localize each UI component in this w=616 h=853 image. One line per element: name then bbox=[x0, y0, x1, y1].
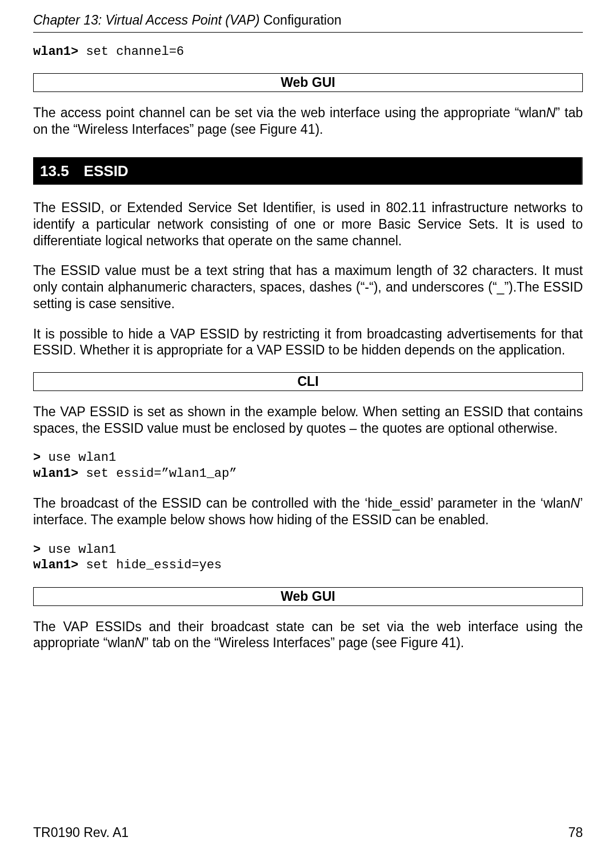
code-command: use wlan1 bbox=[41, 451, 116, 465]
cli-heading: CLI bbox=[33, 372, 583, 391]
code-prompt: wlan1> bbox=[33, 467, 78, 481]
section-heading-essid: 13.5 ESSID bbox=[33, 157, 583, 185]
footer-doc-id: TR0190 Rev. A1 bbox=[33, 824, 129, 841]
chapter-header: Chapter 13: Virtual Access Point (VAP) C… bbox=[33, 12, 583, 32]
paragraph-webgui-channel: The access point channel can be set via … bbox=[33, 105, 583, 138]
chapter-title-suffix: Configuration bbox=[263, 13, 342, 27]
code-prompt: > bbox=[33, 451, 41, 465]
paragraph-hide-essid: The broadcast of the ESSID can be contro… bbox=[33, 495, 583, 528]
footer-page-number: 78 bbox=[568, 824, 583, 841]
code-prompt: wlan1> bbox=[33, 558, 78, 572]
paragraph-webgui-essid: The VAP ESSIDs and their broadcast state… bbox=[33, 619, 583, 652]
code-block-set-essid: > use wlan1 wlan1> set essid=”wlan1_ap” bbox=[33, 450, 583, 481]
code-block-hide-essid: > use wlan1 wlan1> set hide_essid=yes bbox=[33, 542, 583, 573]
code-prompt: wlan1> bbox=[33, 45, 78, 59]
chapter-title-prefix: Chapter 13: Virtual Access Point (VAP) bbox=[33, 13, 263, 27]
code-block-set-channel: wlan1> set channel=6 bbox=[33, 44, 583, 60]
web-gui-heading-2: Web GUI bbox=[33, 587, 583, 606]
code-command: set essid=”wlan1_ap” bbox=[78, 467, 237, 481]
code-command: use wlan1 bbox=[41, 543, 116, 557]
page-footer: TR0190 Rev. A1 78 bbox=[33, 824, 583, 841]
code-command: set hide_essid=yes bbox=[78, 558, 222, 572]
section-title: ESSID bbox=[84, 162, 129, 181]
header-rule bbox=[33, 32, 583, 33]
code-prompt: > bbox=[33, 543, 41, 557]
paragraph-cli-essid: The VAP ESSID is set as shown in the exa… bbox=[33, 404, 583, 437]
paragraph-essid-intro: The ESSID, or Extended Service Set Ident… bbox=[33, 200, 583, 249]
paragraph-essid-hide: It is possible to hide a VAP ESSID by re… bbox=[33, 326, 583, 359]
paragraph-essid-rules: The ESSID value must be a text string th… bbox=[33, 262, 583, 312]
code-command: set channel=6 bbox=[78, 45, 184, 59]
section-number: 13.5 bbox=[40, 162, 69, 181]
web-gui-heading: Web GUI bbox=[33, 73, 583, 92]
